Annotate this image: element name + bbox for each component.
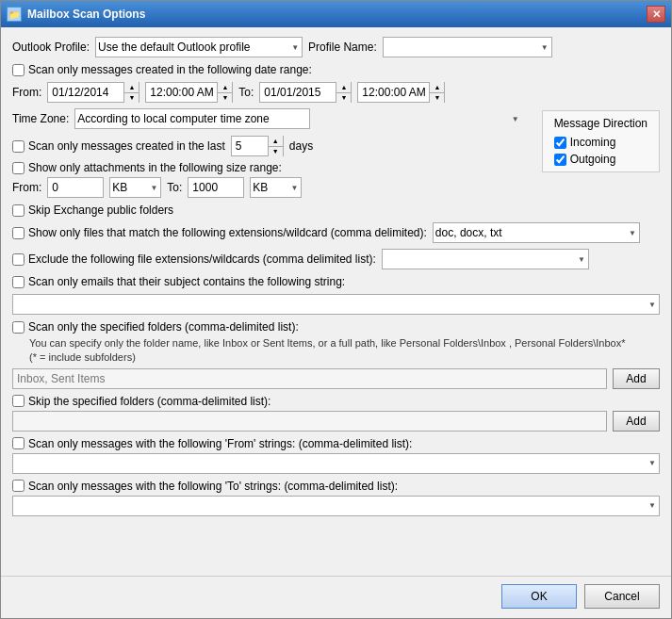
outlook-profile-row: Outlook Profile: Use the default Outlook… <box>12 37 660 57</box>
scan-folders-check-label[interactable]: Scan only the specified folders (comma-d… <box>12 320 299 334</box>
scan-folders-add-button[interactable]: Add <box>613 368 660 389</box>
bottom-buttons: OK Cancel <box>1 576 671 618</box>
exclude-select-wrap[interactable] <box>382 249 589 269</box>
size-to-unit-wrap[interactable]: KB MB <box>250 177 302 198</box>
exclude-extensions-checkbox[interactable] <box>12 253 25 266</box>
timezone-row: Time Zone: According to local computer t… <box>12 108 523 129</box>
to-date-label: To: <box>238 86 254 99</box>
skip-folders-add-button[interactable]: Add <box>613 411 660 432</box>
date-range-check-label[interactable]: Scan only messages created in the follow… <box>12 63 312 76</box>
extensions-select-wrap[interactable]: doc, docx, txt <box>433 222 640 243</box>
outlook-profile-select[interactable]: Use the default Outlook profile <box>95 37 303 57</box>
cancel-button[interactable]: Cancel <box>584 584 660 609</box>
to-time-field[interactable] <box>358 83 429 102</box>
from-time-field[interactable] <box>146 83 217 102</box>
days-spinners[interactable]: ▲ ▼ <box>268 136 283 156</box>
date-range-checkbox[interactable] <box>12 64 25 76</box>
subject-input-wrap[interactable] <box>12 294 660 315</box>
to-date-field[interactable] <box>260 83 336 102</box>
scan-folders-input-row: Add <box>12 368 660 389</box>
to-strings-checkbox[interactable] <box>12 480 25 492</box>
to-strings-input-row <box>12 496 660 516</box>
from-date-spinners[interactable]: ▲ ▼ <box>123 82 139 103</box>
exclude-extensions-check-label[interactable]: Exclude the following file extensions/wi… <box>12 252 376 266</box>
exclude-extensions-row: Exclude the following file extensions/wi… <box>12 249 660 269</box>
scan-folders-checkbox[interactable] <box>12 321 25 334</box>
show-extensions-checkbox[interactable] <box>12 227 25 239</box>
scan-last-row: Scan only messages created in the last ▲… <box>12 136 523 156</box>
size-from-input[interactable] <box>47 177 104 198</box>
incoming-checkbox[interactable] <box>554 137 566 149</box>
from-time-input[interactable]: ▲ ▼ <box>145 82 233 103</box>
from-time-spinners[interactable]: ▲ ▼ <box>217 82 232 103</box>
from-strings-check-label[interactable]: Scan only messages with the following 'F… <box>12 437 412 450</box>
days-spinner[interactable]: ▲ ▼ <box>231 136 284 156</box>
extensions-select[interactable]: doc, docx, txt <box>433 222 640 243</box>
size-to-input[interactable] <box>188 177 244 198</box>
to-time-input[interactable]: ▲ ▼ <box>357 82 445 103</box>
to-strings-wrap[interactable] <box>12 496 660 516</box>
days-down[interactable]: ▼ <box>269 147 283 157</box>
skip-folders-input[interactable] <box>12 411 607 432</box>
scan-last-label: Scan only messages created in the last <box>28 139 225 153</box>
attachments-checkbox[interactable] <box>12 162 25 174</box>
message-direction-box: Message Direction Incoming Outgoing <box>542 110 660 172</box>
from-time-up[interactable]: ▲ <box>218 82 232 93</box>
subject-checkbox[interactable] <box>12 276 25 288</box>
to-date-down[interactable]: ▼ <box>336 93 351 104</box>
to-date-spinners[interactable]: ▲ ▼ <box>336 82 351 103</box>
to-time-up[interactable]: ▲ <box>430 82 444 93</box>
skip-folders-check-label[interactable]: Skip the specified folders (comma-delimi… <box>12 395 270 408</box>
outgoing-check-label[interactable]: Outgoing <box>554 153 647 166</box>
days-input[interactable] <box>232 137 268 155</box>
to-time-spinners[interactable]: ▲ ▼ <box>429 82 444 103</box>
from-strings-checkbox[interactable] <box>12 437 25 449</box>
timezone-section: Time Zone: According to local computer t… <box>12 108 523 198</box>
to-strings-select[interactable] <box>12 496 660 516</box>
scan-last-check-label[interactable]: Scan only messages created in the last <box>12 139 225 153</box>
scan-folders-input[interactable] <box>12 368 607 389</box>
skip-exchange-checkbox[interactable] <box>12 204 25 217</box>
incoming-check-label[interactable]: Incoming <box>554 136 647 149</box>
to-date-input[interactable]: ▲ ▼ <box>259 82 352 103</box>
outlook-profile-select-wrap[interactable]: Use the default Outlook profile <box>95 37 303 57</box>
from-date-field[interactable] <box>48 83 123 102</box>
size-to-unit[interactable]: KB MB <box>250 177 302 198</box>
size-from-unit-wrap[interactable]: KB MB <box>109 177 161 198</box>
to-strings-check-label[interactable]: Scan only messages with the following 'T… <box>12 480 398 493</box>
profile-name-select[interactable] <box>383 37 552 57</box>
size-from-unit[interactable]: KB MB <box>109 177 161 198</box>
title-bar-left: 📁 Mailbox Scan Options <box>7 7 145 22</box>
timezone-select[interactable]: According to local computer time zone <box>74 108 310 129</box>
to-date-up[interactable]: ▲ <box>336 82 351 93</box>
from-date-up[interactable]: ▲ <box>124 82 139 93</box>
subject-select[interactable] <box>12 294 660 315</box>
ok-button[interactable]: OK <box>501 584 577 609</box>
subject-check-label[interactable]: Scan only emails that their subject cont… <box>12 275 345 288</box>
from-strings-wrap[interactable] <box>12 453 660 474</box>
scan-last-checkbox[interactable] <box>12 140 25 153</box>
timezone-select-wrap[interactable]: According to local computer time zone <box>74 108 522 129</box>
subject-input-row <box>12 294 660 315</box>
from-date-input[interactable]: ▲ ▼ <box>47 82 139 103</box>
show-extensions-check-label[interactable]: Show only files that match the following… <box>12 226 427 239</box>
skip-exchange-check-label[interactable]: Skip Exchange public folders <box>12 204 173 217</box>
date-range-label: Scan only messages created in the follow… <box>28 63 312 76</box>
from-date-down[interactable]: ▼ <box>124 93 139 104</box>
to-strings-label: Scan only messages with the following 'T… <box>28 480 398 493</box>
days-label: days <box>289 139 313 153</box>
outgoing-checkbox[interactable] <box>554 154 566 166</box>
size-range-row: From: KB MB To: KB MB <box>12 177 523 198</box>
days-up[interactable]: ▲ <box>269 136 283 147</box>
skip-folders-checkbox[interactable] <box>12 395 25 407</box>
close-button[interactable]: ✕ <box>647 6 665 23</box>
from-time-down[interactable]: ▼ <box>218 93 232 104</box>
exclude-select[interactable] <box>382 249 589 269</box>
to-time-down[interactable]: ▼ <box>430 93 444 104</box>
from-strings-check-row: Scan only messages with the following 'F… <box>12 437 660 450</box>
from-date-label: From: <box>12 86 41 99</box>
profile-name-select-wrap[interactable] <box>383 37 552 57</box>
from-strings-select[interactable] <box>12 453 660 474</box>
attachments-label: Show only attachments in the following s… <box>28 161 282 174</box>
attachments-check-label[interactable]: Show only attachments in the following s… <box>12 161 282 174</box>
